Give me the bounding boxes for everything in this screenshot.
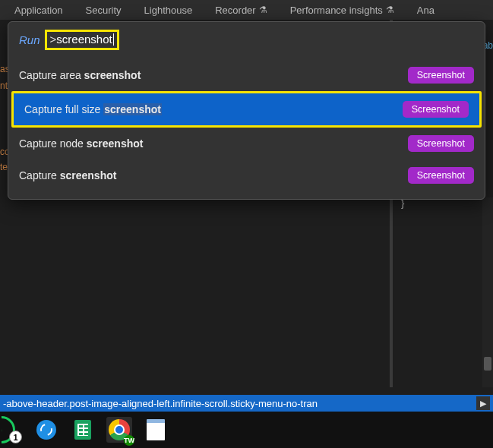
text-caret [113, 33, 114, 46]
windows-taskbar: 1 TW [0, 412, 493, 448]
breadcrumb-text: -above-header.post-image-aligned-left.in… [3, 398, 318, 409]
command-input-row[interactable]: Run >screenshot [8, 22, 485, 56]
tab-performance-insights[interactable]: Performance insights⚗ [279, 0, 406, 20]
category-badge: Screenshot [408, 67, 474, 84]
command-list: Capture area screenshot Screenshot Captu… [8, 56, 485, 199]
taskbar-whatsapp[interactable]: 1 [2, 415, 23, 445]
notification-badge: 1 [9, 431, 22, 443]
notepad-icon [147, 419, 165, 440]
command-item[interactable]: Capture area screenshot Screenshot [8, 59, 485, 91]
spreadsheet-icon [74, 420, 91, 440]
command-input-highlight: >screenshot [45, 30, 119, 50]
command-label: Capture node screenshot [19, 137, 143, 150]
scrollbar-thumb[interactable] [484, 357, 491, 371]
command-item[interactable]: Capture screenshot Screenshot [8, 159, 485, 191]
category-badge: Screenshot [403, 101, 469, 118]
chrome-overlay-badge: TW [124, 435, 134, 446]
taskbar-sheets[interactable] [70, 417, 96, 443]
taskbar-sync[interactable] [33, 417, 59, 443]
flask-icon: ⚗ [259, 5, 267, 15]
category-badge: Screenshot [408, 135, 474, 152]
sync-icon [36, 420, 56, 440]
breadcrumb-scroll-right[interactable]: ▶ [476, 396, 490, 410]
category-badge: Screenshot [408, 167, 474, 184]
command-label: Capture full size screenshot [24, 103, 162, 115]
tab-application[interactable]: Application [3, 0, 74, 20]
command-label: Capture area screenshot [19, 69, 141, 81]
command-menu: Run >screenshot Capture area screenshot … [8, 21, 485, 200]
code-fragment-left: co te [0, 144, 8, 175]
scrollbar-vertical[interactable] [482, 197, 493, 387]
breadcrumb-bar[interactable]: -above-header.post-image-aligned-left.in… [0, 395, 493, 412]
tab-recorder[interactable]: Recorder⚗ [204, 0, 278, 20]
tab-truncated[interactable]: Ana [406, 0, 446, 20]
devtools-tabbar: Application Security Lighthouse Recorder… [0, 0, 493, 20]
command-query: screenshot [56, 32, 112, 47]
run-prefix: Run [19, 33, 40, 46]
command-item-selected[interactable]: Capture full size screenshot Screenshot [11, 91, 482, 128]
taskbar-chrome[interactable]: TW [106, 417, 132, 443]
taskbar-notepad[interactable] [143, 417, 169, 443]
code-fragment-left: as nt [0, 61, 8, 94]
tab-security[interactable]: Security [74, 0, 133, 20]
flask-icon: ⚗ [386, 5, 394, 15]
command-label: Capture screenshot [19, 169, 116, 181]
tab-lighthouse[interactable]: Lighthouse [133, 0, 204, 20]
prompt-symbol: > [50, 32, 57, 47]
command-item[interactable]: Capture node screenshot Screenshot [8, 128, 485, 159]
